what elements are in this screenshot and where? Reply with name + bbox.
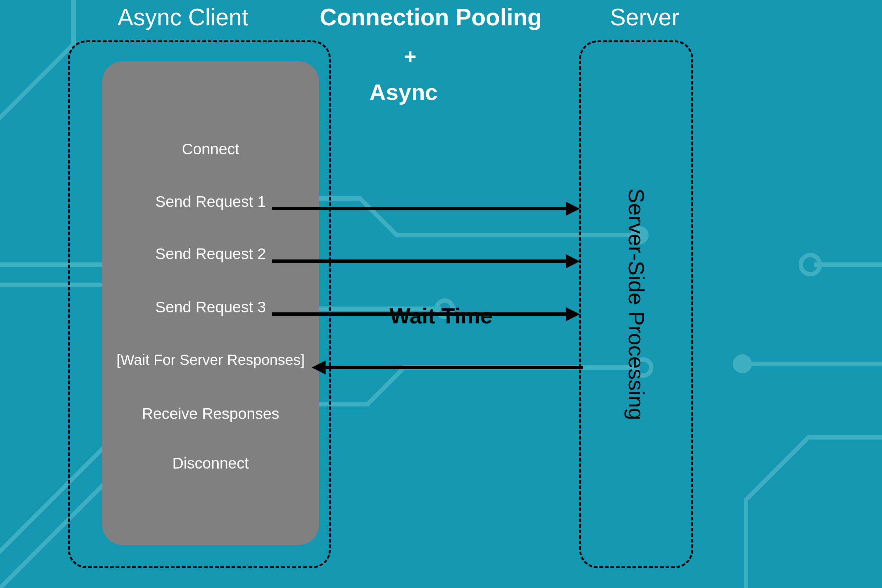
- plus-symbol: +: [404, 44, 416, 68]
- svg-point-2: [801, 255, 820, 274]
- svg-point-3: [733, 354, 752, 374]
- client-steps-panel: Connect Send Request 1 Send Request 2 Se…: [102, 62, 319, 545]
- header-async-client: Async Client: [118, 4, 248, 31]
- step-connect: Connect: [102, 140, 319, 158]
- header-async-sub: Async: [369, 79, 438, 105]
- step-wait-responses: [Wait For Server Responses]: [102, 352, 319, 368]
- step-disconnect: Disconnect: [102, 454, 319, 472]
- header-connection-pooling: Connection Pooling: [320, 4, 542, 31]
- server-container: Server-Side Processing: [579, 40, 693, 568]
- step-receive-responses: Receive Responses: [102, 405, 319, 423]
- header-server: Server: [610, 4, 680, 31]
- server-side-processing-label: Server-Side Processing: [624, 189, 649, 420]
- wait-time-label: Wait Time: [390, 303, 492, 328]
